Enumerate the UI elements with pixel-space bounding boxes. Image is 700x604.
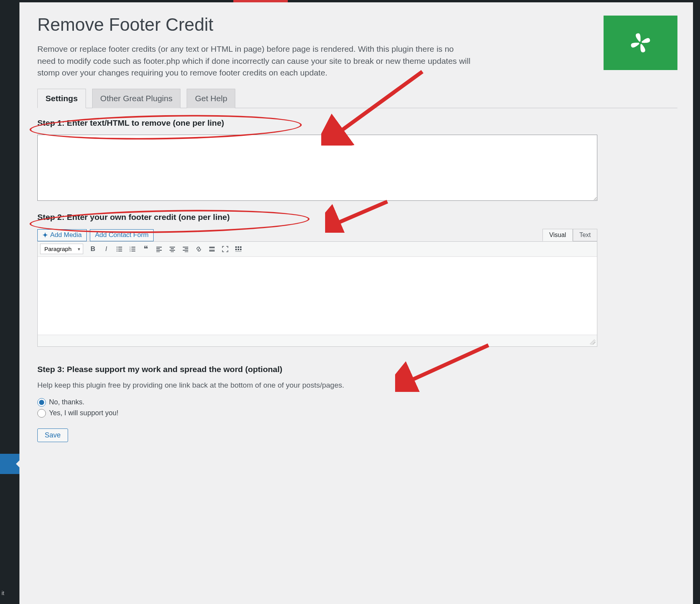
add-contact-label: Add Contact Form xyxy=(95,231,149,239)
plugin-settings-page: Remove Footer Credit Remove or replace f… xyxy=(19,2,693,604)
add-media-button[interactable]: ✦ Add Media xyxy=(37,229,87,241)
tab-settings[interactable]: Settings xyxy=(37,89,86,108)
svg-rect-16 xyxy=(156,248,160,249)
svg-rect-26 xyxy=(185,251,188,252)
svg-point-0 xyxy=(639,41,642,44)
support-option-yes[interactable]: Yes, I will support you! xyxy=(37,409,677,418)
align-right-button[interactable] xyxy=(180,243,191,255)
support-radio-no[interactable] xyxy=(37,398,46,407)
read-more-icon xyxy=(209,246,215,252)
svg-point-5 xyxy=(117,248,118,249)
svg-rect-24 xyxy=(185,248,188,249)
svg-rect-27 xyxy=(209,247,215,248)
step2-heading: Step 2: Enter your own footer credit (on… xyxy=(37,212,677,222)
clover-icon xyxy=(629,31,652,54)
tab-get-help[interactable]: Get Help xyxy=(187,89,235,108)
kitchen-sink-icon xyxy=(235,246,242,252)
insert-link-button[interactable] xyxy=(193,243,205,255)
svg-rect-18 xyxy=(156,251,160,252)
plugin-logo xyxy=(604,16,677,70)
editor-tab-text[interactable]: Text xyxy=(573,229,597,241)
align-center-button[interactable] xyxy=(166,243,178,255)
svg-rect-15 xyxy=(156,247,162,248)
svg-rect-20 xyxy=(171,248,174,249)
align-center-icon xyxy=(169,246,175,252)
svg-rect-34 xyxy=(238,249,239,250)
svg-rect-23 xyxy=(183,247,188,248)
save-button[interactable]: Save xyxy=(37,428,68,442)
svg-rect-31 xyxy=(238,246,239,248)
settings-tabs: Settings Other Great Plugins Get Help xyxy=(37,88,677,108)
editor-content-area[interactable] xyxy=(38,257,597,335)
svg-rect-17 xyxy=(156,250,162,251)
svg-rect-8 xyxy=(118,251,122,251)
svg-text:3: 3 xyxy=(130,250,131,252)
step3-heading: Step 3: Please support my work and sprea… xyxy=(37,365,677,374)
list-ul-icon xyxy=(116,246,122,252)
wysiwyg-editor: Paragraph B I 123 ❝ xyxy=(37,241,597,347)
editor-toolbar: Paragraph B I 123 ❝ xyxy=(38,242,597,257)
svg-rect-35 xyxy=(240,249,242,250)
remove-text-textarea[interactable] xyxy=(37,135,597,201)
sidebar-active-label: it xyxy=(0,590,4,596)
bullet-list-button[interactable] xyxy=(114,243,125,255)
bold-button[interactable]: B xyxy=(87,243,99,255)
italic-button[interactable]: I xyxy=(100,243,112,255)
blockquote-button[interactable]: ❝ xyxy=(140,243,152,255)
editor-statusbar[interactable] xyxy=(38,335,597,346)
svg-rect-29 xyxy=(209,250,215,251)
toolbar-toggle-button[interactable] xyxy=(233,243,244,255)
list-ol-icon: 123 xyxy=(130,246,136,252)
svg-rect-10 xyxy=(131,247,135,248)
read-more-button[interactable] xyxy=(206,243,218,255)
link-icon xyxy=(196,246,202,252)
align-right-icon xyxy=(182,246,189,252)
svg-rect-12 xyxy=(131,249,135,249)
admin-sidebar: it xyxy=(0,2,19,604)
page-description: Remove or replace footer credits (or any… xyxy=(37,43,473,79)
sidebar-item-active[interactable] xyxy=(0,454,19,474)
editor-tab-visual[interactable]: Visual xyxy=(542,229,572,241)
svg-rect-22 xyxy=(171,251,174,252)
svg-rect-30 xyxy=(235,246,237,248)
support-no-label: No, thanks. xyxy=(49,398,84,406)
page-title: Remove Footer Credit xyxy=(37,14,588,35)
add-contact-form-button[interactable]: Add Contact Form xyxy=(90,229,154,241)
align-left-icon xyxy=(156,246,162,252)
viewport: it Remove Footer Credit Remove or replac… xyxy=(0,0,700,604)
add-media-label: Add Media xyxy=(50,231,82,239)
window-scrollbar[interactable] xyxy=(693,2,700,604)
svg-rect-21 xyxy=(170,250,175,251)
media-icon: ✦ xyxy=(42,231,48,239)
step3-help: Help keep this plugin free by providing … xyxy=(37,381,677,390)
fullscreen-button[interactable] xyxy=(219,243,231,255)
support-yes-label: Yes, I will support you! xyxy=(49,409,118,417)
support-option-no[interactable]: No, thanks. xyxy=(37,398,677,407)
step1-heading: Step 1: Enter text/HTML to remove (one p… xyxy=(37,118,677,128)
fullscreen-icon xyxy=(222,246,228,252)
svg-rect-32 xyxy=(240,246,242,248)
svg-rect-4 xyxy=(118,247,122,248)
align-left-button[interactable] xyxy=(153,243,165,255)
svg-rect-28 xyxy=(209,249,215,249)
support-radio-yes[interactable] xyxy=(37,409,46,418)
svg-line-37 xyxy=(407,345,488,382)
numbered-list-button[interactable]: 123 xyxy=(127,243,138,255)
format-select[interactable]: Paragraph xyxy=(40,244,83,254)
svg-rect-25 xyxy=(183,250,188,251)
svg-rect-14 xyxy=(131,251,135,251)
svg-rect-36 xyxy=(235,251,242,252)
svg-rect-6 xyxy=(118,249,122,249)
svg-point-3 xyxy=(117,246,118,248)
svg-rect-19 xyxy=(170,247,175,248)
tab-other-plugins[interactable]: Other Great Plugins xyxy=(92,89,181,108)
svg-rect-33 xyxy=(235,249,237,250)
svg-point-7 xyxy=(117,250,118,251)
